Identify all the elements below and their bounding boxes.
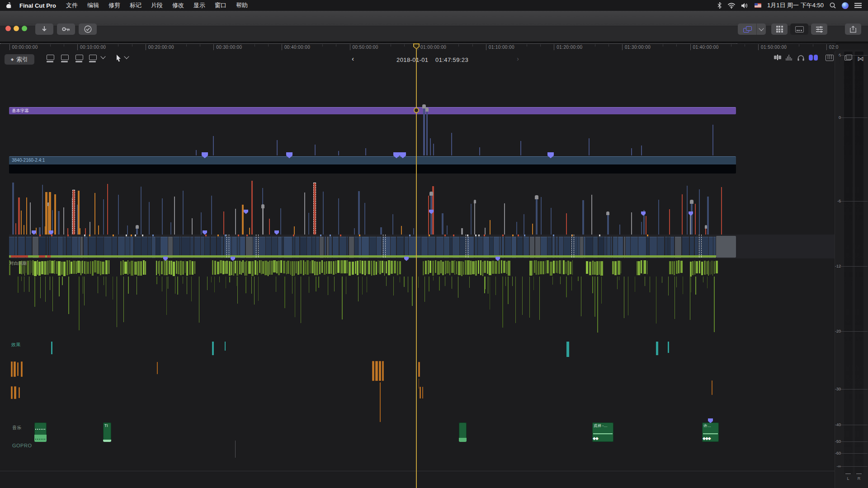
dialogue-clip[interactable] xyxy=(257,261,258,276)
storyline-clip[interactable] xyxy=(307,237,311,258)
sfx-clip[interactable] xyxy=(382,361,384,381)
connected-clip[interactable] xyxy=(269,219,270,235)
connected-clip[interactable] xyxy=(294,226,295,235)
dialogue-clip[interactable] xyxy=(572,260,573,274)
dialogue-clip[interactable] xyxy=(27,261,29,275)
dialogue-clip[interactable] xyxy=(475,261,477,276)
storyline-clip[interactable] xyxy=(72,237,78,258)
connected-clip[interactable] xyxy=(213,136,214,155)
storyline-clip[interactable] xyxy=(524,237,529,258)
storyline-clip[interactable] xyxy=(709,237,713,258)
dialogue-clip[interactable] xyxy=(529,261,532,275)
storyline-clip[interactable] xyxy=(205,237,210,258)
storyline-clip[interactable] xyxy=(130,237,133,258)
storyline-clip[interactable] xyxy=(278,237,282,258)
timeline-list-view-button[interactable] xyxy=(790,23,808,35)
connected-clip[interactable] xyxy=(591,195,592,235)
dialogue-clip[interactable] xyxy=(394,261,396,273)
dialogue-clip[interactable] xyxy=(326,261,327,274)
video-clip-bar[interactable]: 3840-2160-2.4:1 xyxy=(9,156,736,165)
connected-clip[interactable] xyxy=(304,192,305,235)
dialogue-clip[interactable] xyxy=(437,261,440,275)
dialogue-clip[interactable] xyxy=(321,260,323,273)
connected-clip[interactable] xyxy=(242,205,244,235)
dialogue-clip[interactable] xyxy=(120,261,121,275)
dialogue-clip[interactable] xyxy=(563,260,565,274)
connected-clip[interactable] xyxy=(90,222,90,235)
dialogue-clip[interactable] xyxy=(637,261,640,275)
storyline-end-clip[interactable] xyxy=(716,236,736,258)
dialogue-clip[interactable] xyxy=(589,262,591,275)
connected-clip[interactable] xyxy=(136,228,138,235)
solo-toggle[interactable] xyxy=(797,55,804,61)
dialogue-clip[interactable] xyxy=(92,261,94,276)
connected-clip[interactable] xyxy=(211,196,212,235)
dialogue-clip[interactable] xyxy=(30,260,30,275)
dialogue-clip[interactable] xyxy=(94,260,96,272)
connected-clip[interactable] xyxy=(631,212,632,235)
connected-clip[interactable] xyxy=(712,125,713,155)
storyline-clip[interactable] xyxy=(292,237,295,258)
storyline-clip[interactable] xyxy=(49,237,50,258)
dialogue-clip[interactable] xyxy=(559,260,561,274)
dialogue-clip[interactable] xyxy=(384,261,385,276)
marker-pin[interactable] xyxy=(244,210,248,214)
dialogue-clip[interactable] xyxy=(376,262,377,275)
tool-pointer-button[interactable] xyxy=(116,55,122,62)
connected-clip[interactable] xyxy=(485,228,486,235)
storyline-clip[interactable] xyxy=(320,237,324,258)
dialogue-clip[interactable] xyxy=(592,261,594,275)
connected-clip[interactable] xyxy=(641,145,642,155)
dialogue-clip[interactable] xyxy=(311,260,314,273)
connected-clip[interactable] xyxy=(162,198,163,235)
connected-clip[interactable] xyxy=(705,228,706,235)
connected-clip[interactable] xyxy=(251,181,253,235)
dialogue-clip[interactable] xyxy=(482,262,483,276)
overwrite-edit-button[interactable] xyxy=(89,55,97,60)
connected-clip[interactable] xyxy=(695,204,696,235)
storyline-clip[interactable] xyxy=(586,237,593,258)
storyline-clip[interactable] xyxy=(333,237,339,258)
connected-clip[interactable] xyxy=(107,184,108,235)
connected-clip[interactable] xyxy=(532,224,533,235)
storyline-clip[interactable] xyxy=(221,237,223,258)
connected-clip[interactable] xyxy=(364,203,365,235)
dialogue-clip[interactable] xyxy=(553,261,555,273)
dialogue-clip[interactable] xyxy=(310,261,311,273)
dialogue-clip[interactable] xyxy=(368,261,370,274)
dialogue-clip[interactable] xyxy=(123,260,124,274)
dialogue-clip[interactable] xyxy=(38,262,40,276)
storyline-clip[interactable] xyxy=(397,237,404,258)
dialogue-clip[interactable] xyxy=(567,261,569,275)
connected-clip[interactable] xyxy=(426,111,428,155)
menu-item-4[interactable]: 片段 xyxy=(151,1,163,9)
storyline-clip[interactable] xyxy=(690,237,694,258)
storyline-clip[interactable] xyxy=(51,237,57,258)
dialogue-clip[interactable] xyxy=(169,261,170,274)
storyline-clip[interactable] xyxy=(325,237,326,258)
dialogue-clip[interactable] xyxy=(76,261,77,274)
storyline-clip[interactable] xyxy=(97,237,104,258)
effect-clip[interactable] xyxy=(212,342,214,355)
dialogue-clip[interactable] xyxy=(105,260,108,274)
dialogue-clip[interactable] xyxy=(425,261,427,274)
connected-clip[interactable] xyxy=(103,199,104,235)
dialogue-clip[interactable] xyxy=(180,261,181,275)
dialogue-clip[interactable] xyxy=(599,261,599,275)
dialogue-clip[interactable] xyxy=(379,261,381,275)
storyline-clip[interactable] xyxy=(168,237,173,258)
storyline-clip[interactable] xyxy=(359,237,361,258)
connected-clip[interactable] xyxy=(118,195,119,235)
storyline-clip[interactable] xyxy=(713,237,716,258)
sfx-clip[interactable] xyxy=(14,361,16,377)
storyline-clip[interactable] xyxy=(552,237,555,258)
dialogue-clip[interactable] xyxy=(704,261,706,275)
connected-clip[interactable] xyxy=(235,209,236,235)
connected-clip[interactable] xyxy=(192,218,193,235)
connected-clip[interactable] xyxy=(541,197,542,235)
dialogue-clip[interactable] xyxy=(33,260,33,275)
dialogue-clip[interactable] xyxy=(297,261,299,275)
dialogue-clip[interactable] xyxy=(31,261,32,273)
connected-clip[interactable] xyxy=(474,203,475,235)
connected-clip[interactable] xyxy=(21,211,22,235)
